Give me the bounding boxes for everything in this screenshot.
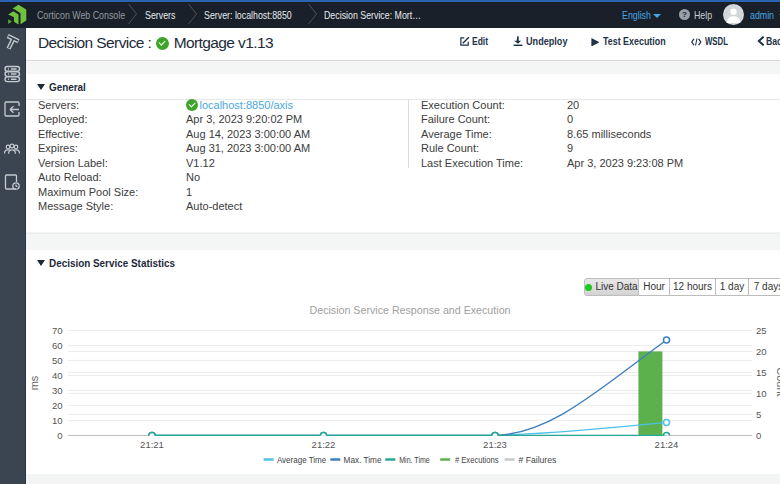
svg-text:21:24: 21:24: [655, 438, 679, 449]
svg-text:# Failures: # Failures: [519, 455, 557, 465]
svg-text:20: 20: [756, 346, 767, 357]
svg-text:21:23: 21:23: [483, 438, 507, 449]
svg-text:70: 70: [52, 325, 63, 336]
svg-text:5: 5: [756, 409, 761, 420]
svg-text:Decision Service Response and: Decision Service Response and Execution: [310, 304, 511, 316]
svg-text:50: 50: [52, 355, 63, 366]
svg-text:21:21: 21:21: [140, 438, 164, 449]
svg-text:Min. Time: Min. Time: [399, 455, 430, 465]
svg-text:21:22: 21:22: [312, 438, 336, 449]
svg-text:0: 0: [57, 430, 62, 441]
svg-text:25: 25: [756, 325, 767, 336]
svg-text:# Executions: # Executions: [455, 455, 499, 465]
svg-text:Count: Count: [775, 367, 780, 396]
svg-text:Max. Time: Max. Time: [344, 455, 382, 465]
svg-text:40: 40: [52, 370, 63, 381]
svg-text:10: 10: [756, 388, 767, 399]
svg-text:0: 0: [756, 430, 761, 441]
svg-text:30: 30: [52, 385, 63, 396]
svg-text:15: 15: [756, 367, 767, 378]
svg-text:?: ?: [682, 10, 687, 19]
svg-text:10: 10: [52, 415, 63, 426]
svg-text:20: 20: [52, 400, 63, 411]
svg-text:ms: ms: [28, 375, 40, 390]
svg-text:Average Time: Average Time: [277, 455, 326, 465]
svg-text:60: 60: [52, 340, 63, 351]
